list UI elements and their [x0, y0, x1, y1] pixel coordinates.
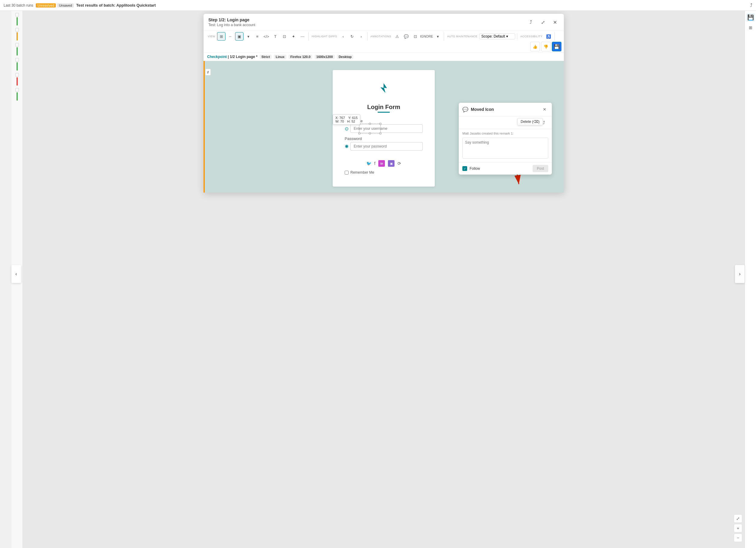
top-bar-right: ⤴ — [750, 3, 752, 8]
share-icon-top[interactable]: ⤴ — [750, 3, 752, 8]
top-bar: Last 30 batch runs Unresolved Unsaved Te… — [0, 0, 756, 11]
badge-unresolved[interactable]: Unresolved — [36, 3, 56, 8]
top-bar-left-label: Last 30 batch runs — [4, 3, 33, 8]
top-bar-title: Test results of batch: Applitools Quicks… — [76, 3, 156, 8]
badge-unsaved: Unsaved — [57, 3, 74, 8]
